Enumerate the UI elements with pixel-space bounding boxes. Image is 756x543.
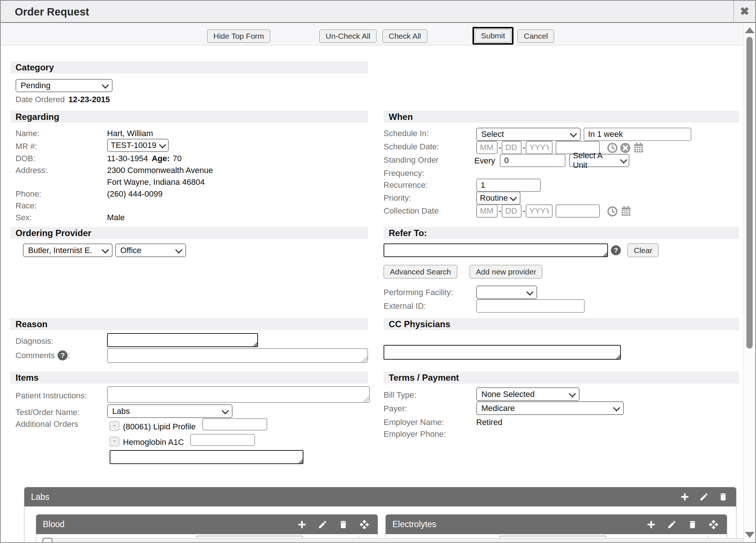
edit-icon[interactable] [699, 492, 709, 502]
chevron-down-icon [620, 156, 628, 164]
performing-facility-label: Performing Facility: [384, 288, 453, 297]
age-value: 70 [173, 154, 182, 163]
delete-icon[interactable] [339, 520, 348, 529]
external-id-input[interactable] [476, 299, 585, 313]
vertical-scrollbar[interactable] [743, 23, 755, 542]
scrollbar-thumb[interactable] [746, 37, 753, 349]
remove-order-button[interactable]: - [110, 421, 119, 431]
collection-date-clock-icon[interactable] [607, 206, 618, 217]
hide-top-form-button[interactable]: Hide Top Form [207, 30, 270, 43]
collection-date-dd-input[interactable] [502, 204, 522, 218]
delete-icon[interactable] [688, 520, 697, 529]
collection-date-time-input[interactable] [556, 204, 600, 218]
comments-help-icon[interactable]: ? [58, 350, 68, 360]
regarding-section-header: Regarding [10, 111, 368, 123]
additional-order-search-input[interactable] [110, 450, 303, 464]
collection-date-yyyy-input[interactable] [526, 204, 553, 218]
age-label: Age: [152, 154, 170, 163]
cc-physicians-input[interactable] [384, 345, 621, 360]
cancel-button[interactable]: Cancel [518, 30, 554, 43]
uncheck-all-button[interactable]: Un-Check All [319, 30, 377, 43]
phone-label: Phone: [16, 189, 41, 199]
ordering-provider-section-header: Ordering Provider [10, 227, 368, 239]
provider-location-select[interactable]: Office [115, 243, 186, 257]
schedule-in-label: Schedule In: [384, 129, 429, 138]
move-icon[interactable] [708, 519, 719, 530]
mr-number-select[interactable]: TEST-10019 [107, 139, 169, 152]
race-label: Race: [16, 201, 37, 211]
priority-label: Priority: [384, 193, 411, 203]
schedule-date-calendar-icon[interactable] [633, 142, 645, 153]
priority-select[interactable]: Routine [476, 191, 520, 205]
add-icon[interactable] [680, 492, 690, 502]
chevron-down-icon [570, 130, 577, 138]
employer-name-value: Retired [476, 418, 502, 427]
delete-icon[interactable] [718, 492, 728, 502]
refer-to-input[interactable] [384, 243, 608, 257]
patient-instructions-textarea[interactable] [107, 386, 370, 403]
bill-type-value: None Selected [481, 390, 535, 399]
blood-group-header: Blood [36, 515, 378, 534]
bill-type-select[interactable]: None Selected [476, 387, 580, 401]
category-select[interactable]: Pending [16, 79, 113, 92]
add-icon[interactable] [646, 520, 656, 529]
payer-select[interactable]: Medicare [476, 401, 624, 415]
schedule-date-clear-icon[interactable] [620, 142, 631, 153]
test-order-name-select[interactable]: Labs [107, 404, 233, 418]
date-separator: - [499, 206, 501, 216]
unit-select-value: Select A Unit [573, 151, 618, 170]
diagnosis-input[interactable] [107, 333, 258, 347]
collection-date-calendar-icon[interactable] [620, 205, 632, 217]
chevron-down-icon [613, 404, 621, 411]
mr-number-value: TEST-10019 [111, 141, 157, 150]
submit-button[interactable]: Submit [475, 29, 511, 42]
order-item-name: Hemoglobin A1C [123, 437, 184, 447]
clear-button[interactable]: Clear [628, 243, 659, 257]
comments-textarea[interactable] [107, 348, 368, 363]
chevron-down-icon [102, 246, 109, 253]
horizontal-scrollbar[interactable] [52, 538, 745, 542]
dob-label: DOB: [16, 154, 35, 163]
ordering-provider-select[interactable]: Butler, Internist E. [23, 243, 113, 257]
add-new-provider-button[interactable]: Add new provider [470, 265, 542, 279]
refer-to-help-icon[interactable]: ? [611, 245, 621, 255]
scroll-up-arrow[interactable] [745, 27, 755, 33]
ana-checkbox[interactable] [42, 538, 52, 543]
employer-phone-label: Employer Phone: [384, 429, 446, 439]
phone-value: (260) 444-0099 [107, 189, 162, 199]
recurrence-input[interactable] [476, 179, 541, 192]
advanced-search-button[interactable]: Advanced Search [384, 265, 457, 279]
close-button[interactable]: ✖ [733, 1, 755, 22]
schedule-date-yyyy-input[interactable] [526, 141, 553, 154]
test-order-name-value: Labs [112, 407, 130, 416]
move-icon[interactable] [359, 519, 370, 530]
standing-order-every-input[interactable] [500, 154, 566, 167]
performing-facility-select[interactable] [476, 286, 537, 299]
schedule-in-select[interactable]: Select [476, 128, 581, 141]
collection-date-mm-input[interactable] [476, 204, 498, 218]
standing-order-label: Standing Order [384, 155, 439, 165]
provider-location-value: Office [120, 246, 141, 255]
schedule-date-mm-input[interactable] [476, 141, 498, 154]
add-icon[interactable] [297, 520, 307, 529]
check-all-button[interactable]: Check All [382, 30, 427, 43]
remove-order-button[interactable]: - [110, 437, 119, 446]
scroll-down-arrow[interactable] [745, 532, 755, 538]
order-item-qty-input[interactable] [190, 434, 255, 446]
order-item-qty-input[interactable] [202, 418, 267, 430]
address-line2: Fort Wayne, Indiana 46804 [107, 177, 205, 187]
edit-icon[interactable] [318, 520, 327, 529]
address-label: Address: [16, 166, 48, 175]
schedule-in-select-value: Select [481, 129, 504, 139]
order-item-name: (80061) Lipid Profile [123, 422, 196, 432]
chevron-down-icon [175, 246, 183, 253]
date-separator: - [523, 206, 525, 216]
frequency-label: Frequency: [384, 169, 424, 178]
schedule-in-text-input[interactable] [584, 128, 691, 141]
edit-icon[interactable] [667, 520, 677, 529]
recurrence-label: Recurrence: [384, 180, 428, 190]
schedule-date-dd-input[interactable] [502, 141, 522, 154]
standing-order-unit-select[interactable]: Select A Unit [569, 154, 629, 167]
chevron-down-icon [159, 141, 166, 149]
sex-value: Male [107, 213, 125, 222]
